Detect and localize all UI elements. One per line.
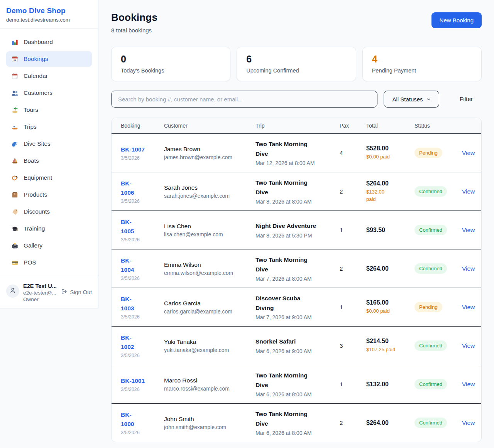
stat-value: 0	[121, 54, 221, 65]
view-link[interactable]: View	[462, 419, 475, 426]
controls-row: All Statuses Filter	[111, 91, 482, 108]
booking-cell: BK-1004 3/5/2026	[121, 256, 164, 281]
booking-link[interactable]: BK-1004	[121, 256, 139, 275]
column-header-booking: Booking	[121, 118, 164, 133]
sidebar-item-label: Tours	[24, 106, 38, 113]
status-cell: Confirmed	[414, 379, 462, 389]
person-icon	[9, 287, 16, 295]
status-badge: Pending	[414, 148, 442, 158]
booking-cell: BK-1002 3/5/2026	[121, 333, 164, 358]
table-row: BK-1002 3/5/2026 Yuki Tanaka yuki.tanaka…	[112, 326, 481, 365]
total-amount: $264.00	[366, 265, 411, 272]
stats-row: 0 Today's Bookings 6 Upcoming Confirmed …	[111, 47, 482, 81]
sidebar-item-calendar[interactable]: Calendar	[6, 68, 92, 84]
booking-link[interactable]: BK-1002	[121, 333, 139, 352]
total-amount: $165.00	[366, 299, 411, 306]
trip-datetime: Mar 12, 2026 at 8:00 AM	[255, 160, 336, 166]
booking-date: 3/5/2026	[121, 387, 160, 392]
sidebar-item-products[interactable]: Products	[6, 187, 92, 202]
new-booking-button[interactable]: New Booking	[431, 12, 482, 28]
user-box: E2E Test U... e2e-tester@... Owner Sign …	[0, 277, 98, 308]
status-filter-select[interactable]: All Statuses	[384, 91, 439, 108]
sidebar-item-customers[interactable]: Customers	[6, 85, 92, 101]
credit-card-icon	[11, 259, 19, 266]
booking-cell: BK-1003 3/5/2026	[121, 295, 164, 320]
sidebar-item-label: POS	[24, 259, 36, 266]
view-link[interactable]: View	[462, 188, 475, 195]
view-link[interactable]: View	[462, 342, 475, 349]
sign-out-button[interactable]: Sign Out	[61, 288, 92, 296]
spiral-calendar-icon	[11, 72, 19, 80]
view-link[interactable]: View	[462, 304, 475, 310]
customer-email: carlos.garcia@example.com	[164, 308, 252, 315]
trip-datetime: Mar 6, 2026 at 8:00 AM	[255, 391, 336, 397]
booking-cell: BK-1001 3/5/2026	[121, 376, 164, 392]
sidebar-item-pos[interactable]: POS	[6, 255, 92, 270]
status-cell: Confirmed	[414, 340, 462, 351]
sidebar-item-dashboard[interactable]: Dashboard	[6, 34, 92, 50]
sidebar-item-gallery[interactable]: Gallery	[6, 238, 92, 253]
sidebar-item-label: Bookings	[24, 56, 48, 62]
pax-value: 2	[340, 419, 366, 426]
sidebar-item-discounts[interactable]: Discounts	[6, 204, 92, 219]
sidebar-item-tours[interactable]: Tours	[6, 102, 92, 118]
brand-name[interactable]: Demo Dive Shop	[6, 7, 92, 15]
booking-date: 3/5/2026	[121, 314, 160, 320]
view-link[interactable]: View	[462, 381, 475, 387]
column-header-pax: Pax	[340, 118, 366, 133]
status-badge: Pending	[414, 302, 442, 312]
filter-button[interactable]: Filter	[451, 96, 482, 103]
status-filter-value: All Statuses	[392, 96, 423, 103]
total-cell: $93.50	[366, 227, 414, 234]
trip-cell: Night Dive Adventure Mar 8, 2026 at 5:30…	[255, 221, 340, 238]
stat-label: Today's Bookings	[121, 67, 221, 74]
sidebar-item-trips[interactable]: Trips	[6, 119, 92, 135]
customer-name: Marco Rossi	[164, 377, 252, 384]
sidebar-item-label: Products	[24, 191, 47, 198]
motor-boat-icon	[11, 123, 19, 131]
table-row: BK-1007 3/5/2026 James Brown james.brown…	[112, 133, 481, 172]
graduation-cap-icon	[11, 225, 19, 232]
brand-domain: demo.test.divestreams.com	[6, 17, 92, 23]
customer-email: sarah.jones@example.com	[164, 193, 252, 199]
sailboat-icon	[11, 157, 19, 165]
booking-link[interactable]: BK-1006	[121, 179, 139, 197]
trip-name: Two Tank Morning Dive	[255, 255, 318, 274]
status-badge: Confirmed	[414, 225, 447, 235]
trip-name: Snorkel Safari	[255, 337, 318, 346]
chevron-down-icon	[426, 96, 431, 103]
people-icon	[11, 89, 19, 97]
total-amount: $528.00	[366, 145, 411, 152]
total-cell: $165.00 $0.00 paid	[366, 299, 414, 315]
sidebar: Demo Dive Shop demo.test.divestreams.com…	[0, 0, 98, 308]
trip-name: Two Tank Morning Dive	[255, 371, 318, 389]
customer-email: marco.rossi@example.com	[164, 386, 252, 392]
booking-link[interactable]: BK-1000	[121, 410, 139, 429]
booking-link[interactable]: BK-1005	[121, 217, 139, 236]
diving-mask-icon	[11, 174, 19, 182]
status-badge: Confirmed	[414, 379, 447, 389]
avatar	[6, 285, 19, 298]
sidebar-item-dive-sites[interactable]: Dive Sites	[6, 136, 92, 152]
status-badge: Confirmed	[414, 418, 447, 428]
sidebar-item-boats[interactable]: Boats	[6, 153, 92, 168]
trip-cell: Two Tank Morning Dive Mar 12, 2026 at 8:…	[255, 140, 340, 166]
view-link[interactable]: View	[462, 265, 475, 272]
sidebar-item-training[interactable]: Training	[6, 221, 92, 236]
view-link[interactable]: View	[462, 227, 475, 233]
customer-cell: Marco Rossi marco.rossi@example.com	[164, 377, 255, 392]
trip-name: Discover Scuba Diving	[255, 294, 318, 312]
customer-email: james.brown@example.com	[164, 154, 252, 160]
sidebar-item-equipment[interactable]: Equipment	[6, 170, 92, 185]
stat-card-upcoming-confirmed: 6 Upcoming Confirmed	[237, 47, 356, 81]
booking-link[interactable]: BK-1001	[121, 376, 145, 386]
booking-link[interactable]: BK-1007	[121, 145, 145, 154]
customer-cell: Yuki Tanaka yuki.tanaka@example.com	[164, 339, 255, 353]
pax-value: 2	[340, 265, 366, 272]
status-cell: Confirmed	[414, 186, 462, 197]
booking-link[interactable]: BK-1003	[121, 295, 139, 313]
search-input[interactable]	[111, 91, 377, 108]
sidebar-item-bookings[interactable]: 17 Bookings	[6, 51, 92, 67]
view-link[interactable]: View	[462, 150, 475, 156]
customer-cell: Lisa Chen lisa.chen@example.com	[164, 223, 255, 237]
